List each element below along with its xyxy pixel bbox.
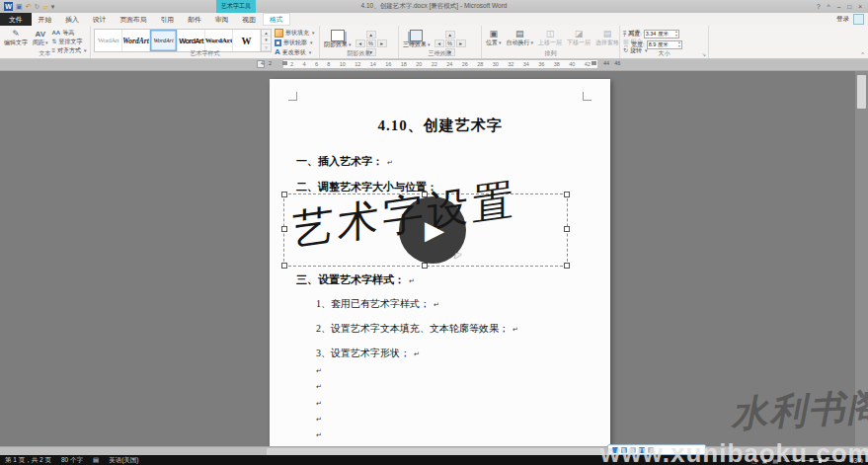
shape-outline-button[interactable]: 形状轮廓 ▾ bbox=[275, 39, 315, 46]
close-button[interactable]: × bbox=[858, 3, 862, 10]
resize-handle[interactable] bbox=[281, 263, 287, 269]
redo-icon[interactable]: ↻ bbox=[35, 3, 40, 10]
vertical-scrollbar-thumb[interactable] bbox=[857, 75, 866, 109]
shape-fill-button[interactable]: 形状填充 ▾ bbox=[275, 29, 315, 38]
margin-crop-mark bbox=[288, 92, 297, 101]
language-indicator[interactable]: 英语(美国) bbox=[109, 456, 138, 465]
wordart-style-option[interactable]: WordArt bbox=[95, 30, 122, 51]
tab-references[interactable]: 引用 bbox=[154, 13, 182, 26]
list-item: 36 bbox=[538, 61, 544, 67]
ruler-left-margin-numbers: 42 bbox=[261, 60, 280, 66]
tab-insert[interactable]: 插入 bbox=[58, 13, 86, 26]
tab-home[interactable]: 开始 bbox=[32, 13, 59, 26]
ribbon-group-wordart-styles: WordArt WordArt WordArt WordArt WordArt … bbox=[91, 26, 320, 58]
tilt-right-button[interactable]: ▸ bbox=[456, 39, 466, 47]
list-item: 12 bbox=[355, 61, 360, 67]
selection-pane-button[interactable]: ▤ 选择窗格 bbox=[594, 28, 620, 47]
tilt-left-button[interactable]: ◂ bbox=[434, 39, 444, 47]
title-bar: W ▣ ↶ ↻ ▱ ▾ 4.10、创建艺术字.docx [兼容模式] - Mic… bbox=[0, 0, 868, 13]
tab-mailings[interactable]: 邮件 bbox=[181, 13, 208, 26]
tilt-up-button[interactable]: ▴ bbox=[445, 31, 455, 39]
list-item: ↵ bbox=[316, 431, 322, 446]
tab-page-layout[interactable]: 页面布局 bbox=[113, 13, 153, 26]
open-folder-icon[interactable]: ▱ bbox=[42, 3, 47, 10]
vertical-text-icon: ⇅ bbox=[52, 38, 57, 45]
word-logo-icon: W bbox=[4, 2, 13, 11]
window-title: 4.10、创建艺术字.docx [兼容模式] - Microsoft Word bbox=[0, 2, 868, 11]
toggle-shadow-button[interactable]: % bbox=[366, 39, 376, 47]
ribbon-options-button[interactable]: ^ bbox=[828, 3, 830, 10]
group-label: 艺术字样式 bbox=[91, 49, 319, 58]
send-backward-button[interactable]: ◪ 下移一层 bbox=[566, 28, 592, 47]
maximize-button[interactable]: □ bbox=[847, 3, 851, 10]
tab-file[interactable]: 文件 bbox=[0, 13, 32, 26]
page-number-indicator[interactable]: 第 1 页，共 2 页 bbox=[5, 456, 51, 465]
ribbon-group-arrange: ▣ 位置▾ ▤ 自动换行▾ ◫ 上移一层 ◪ 下移一层 ▤ 选择窗格 ≡ bbox=[482, 26, 620, 58]
list-item: 2 bbox=[269, 60, 272, 66]
height-label: 高度: bbox=[628, 30, 642, 39]
gallery-scroll-down-icon[interactable]: ▾ bbox=[262, 37, 271, 43]
list-item: 4 bbox=[261, 60, 264, 66]
horizontal-ruler[interactable]: 42 2468101214161820222426283032343638404… bbox=[0, 58, 868, 71]
resize-handle[interactable] bbox=[281, 192, 287, 197]
dropdown-icon: ▾ bbox=[312, 30, 315, 37]
nudge-shadow-left-button[interactable]: ◂ bbox=[355, 39, 365, 47]
wrap-text-button[interactable]: ▤ 自动换行▾ bbox=[506, 28, 535, 47]
site-watermark: www.xunibaoku.com bbox=[600, 438, 868, 465]
right-indent-marker[interactable] bbox=[592, 61, 596, 65]
proofing-book-icon[interactable]: ▤ bbox=[93, 456, 99, 464]
gallery-scroll-up-icon[interactable]: ▴ bbox=[262, 30, 271, 37]
minimize-button[interactable]: – bbox=[837, 3, 841, 10]
undo-icon[interactable]: ↶ bbox=[26, 3, 32, 10]
wordart-style-option[interactable]: WordArt bbox=[122, 30, 150, 51]
position-button[interactable]: ▣ 位置▾ bbox=[485, 28, 503, 47]
save-icon[interactable]: ▣ bbox=[16, 3, 23, 10]
tab-view[interactable]: 视图 bbox=[235, 13, 263, 26]
tab-review[interactable]: 审阅 bbox=[208, 13, 236, 26]
spacing-av-icon: AV bbox=[35, 28, 45, 39]
wordart-style-option[interactable]: W bbox=[233, 30, 261, 51]
collapse-ribbon-icon[interactable]: ^ bbox=[861, 51, 864, 57]
indent-marker[interactable] bbox=[282, 61, 287, 65]
dropdown-icon: ▾ bbox=[310, 39, 313, 46]
help-button[interactable]: ? bbox=[817, 3, 821, 10]
wordart-style-option[interactable]: WordArt bbox=[178, 30, 205, 51]
list-item: 16 bbox=[385, 61, 391, 67]
wordart-style-option[interactable]: WordArt bbox=[205, 30, 233, 51]
width-stepper[interactable]: 8.9 厘米 ▴▾ bbox=[647, 40, 682, 49]
even-height-button[interactable]: AA 等高 bbox=[52, 29, 87, 37]
height-stepper[interactable]: 3.34 厘米 ▴▾ bbox=[644, 30, 679, 39]
dropdown-icon: ▾ bbox=[45, 39, 48, 45]
3d-effects-button[interactable]: 三维效果▾ bbox=[402, 28, 432, 49]
nudge-shadow-right-button[interactable]: ▸ bbox=[377, 39, 387, 47]
resize-handle[interactable] bbox=[564, 192, 570, 197]
list-item-3: 3、设置艺术字形状；↵ bbox=[316, 347, 420, 360]
shadow-effects-button[interactable]: 阴影效果▾ bbox=[323, 28, 353, 49]
pilcrow-icon: ↵ bbox=[434, 301, 439, 309]
spacing-button[interactable]: AV 间距▾ bbox=[32, 28, 49, 47]
resize-handle[interactable] bbox=[422, 263, 428, 269]
bring-forward-button[interactable]: ◫ 上移一层 bbox=[537, 28, 563, 47]
vertical-text-button[interactable]: ⇅ 竖排文字 bbox=[52, 38, 87, 45]
horizontal-scrollbar-thumb[interactable] bbox=[267, 448, 602, 455]
resize-handle[interactable] bbox=[564, 263, 570, 269]
word-count-indicator[interactable]: 80 个字 bbox=[61, 456, 83, 465]
resize-handle[interactable] bbox=[281, 226, 287, 232]
brand-watermark: 水利书阁 bbox=[730, 382, 868, 439]
dropdown-icon: ▾ bbox=[499, 39, 502, 45]
tab-format[interactable]: 格式 bbox=[263, 13, 290, 26]
resize-handle[interactable] bbox=[564, 226, 570, 232]
account-avatar[interactable] bbox=[853, 14, 864, 25]
signin-label[interactable]: 登录 bbox=[836, 15, 849, 24]
edit-text-button[interactable]: ✎ 编辑文字 bbox=[3, 28, 29, 47]
qat-dropdown-icon[interactable]: ▾ bbox=[51, 3, 55, 10]
tab-design[interactable]: 设计 bbox=[86, 13, 114, 26]
wordart-style-option-selected[interactable]: WordArt bbox=[150, 30, 178, 51]
document-title: 4.10、创建艺术字 bbox=[270, 116, 610, 135]
nudge-shadow-up-button[interactable]: ▴ bbox=[366, 31, 376, 39]
margin-crop-mark bbox=[583, 92, 592, 101]
ribbon-group-size: ↕ 高度: 3.34 厘米 ▴▾ ↔ 宽度: 8.9 厘米 ▴▾ ↘ bbox=[620, 26, 709, 58]
ribbon-group-3d-effects: 三维效果▾ ▴ ◂ % ▸ ▾ 三维效果 bbox=[399, 26, 482, 58]
gallery-scroll: ▴ ▾ ▿ bbox=[261, 30, 271, 51]
toggle-3d-button[interactable]: % bbox=[445, 39, 455, 47]
